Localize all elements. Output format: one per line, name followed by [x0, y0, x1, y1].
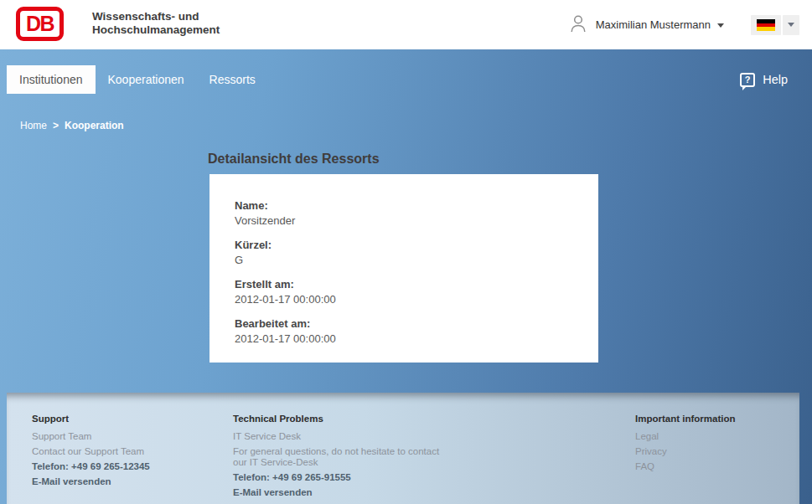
- page-title: Detailansicht des Ressorts: [208, 152, 380, 167]
- footer-faq-link[interactable]: FAQ: [635, 461, 735, 472]
- language-flag-button[interactable]: [751, 15, 781, 35]
- tab-kooperationen[interactable]: Kooperationen: [96, 65, 197, 94]
- help-icon: ?: [740, 73, 755, 87]
- field-bearbeitet-am: Bearbeitet am: 2012-01-17 00:00:00: [235, 317, 573, 345]
- db-logo: DB: [16, 7, 64, 41]
- field-kuerzel: Kürzel: G: [235, 239, 573, 266]
- language-selector: [751, 15, 799, 35]
- app-header: DB Wissenschafts- und Hochschulmanagemen…: [0, 0, 812, 49]
- header-right: Maximilian Mustermann: [570, 0, 799, 49]
- help-button[interactable]: ? Help: [740, 73, 788, 87]
- field-label: Bearbeitet am:: [235, 317, 573, 330]
- user-menu[interactable]: Maximilian Mustermann: [570, 14, 724, 36]
- footer-support-team: Support Team: [32, 431, 150, 442]
- field-value: 2012-01-17 00:00:00: [235, 332, 573, 345]
- chevron-down-icon: [717, 23, 724, 28]
- footer-information-column: Important information Legal Privacy FAQ: [635, 414, 735, 476]
- footer-column-title: Support: [32, 414, 150, 424]
- main-navigation: Institutionen Kooperationen Ressorts ? H…: [7, 65, 788, 94]
- detail-card: Name: Vorsitzender Kürzel: G Erstellt am…: [209, 174, 598, 363]
- breadcrumb-home[interactable]: Home: [20, 120, 47, 131]
- footer-it-phone: Telefon: +49 69 265-91555: [233, 472, 447, 483]
- footer-legal-link[interactable]: Legal: [635, 431, 735, 442]
- language-dropdown-button[interactable]: [783, 15, 799, 35]
- user-name: Maximilian Mustermann: [596, 18, 711, 31]
- field-value: 2012-01-17 00:00:00: [235, 293, 573, 306]
- field-label: Name:: [235, 199, 573, 212]
- field-value: G: [235, 254, 573, 266]
- footer-privacy-link[interactable]: Privacy: [635, 446, 735, 457]
- breadcrumb: Home > Kooperation: [20, 120, 124, 131]
- footer: Support Support Team Contact our Support…: [7, 393, 799, 504]
- field-erstellt-am: Erstellt am: 2012-01-17 00:00:00: [235, 278, 573, 306]
- footer-contact-support-link[interactable]: Contact our Support Team: [32, 446, 150, 457]
- chevron-down-icon: [788, 23, 794, 27]
- footer-it-service-desk: IT Service Desk: [233, 431, 447, 442]
- app-title-line1: Wissenschafts- und: [92, 10, 220, 23]
- field-label: Erstellt am:: [235, 278, 573, 291]
- user-icon: [570, 14, 587, 36]
- footer-column-title: Technical Problems: [233, 414, 447, 424]
- app-title: Wissenschafts- und Hochschulmanagement: [92, 10, 220, 37]
- footer-it-service-description: For general questions, do not hesitate t…: [233, 446, 447, 468]
- db-logo-text: DB: [26, 12, 54, 36]
- help-label: Help: [763, 73, 788, 86]
- tab-ressorts[interactable]: Ressorts: [197, 65, 268, 94]
- breadcrumb-separator: >: [53, 120, 59, 131]
- footer-it-email-link[interactable]: E-Mail versenden: [233, 487, 447, 498]
- german-flag-icon: [757, 19, 775, 31]
- field-name: Name: Vorsitzender: [235, 199, 573, 227]
- field-label: Kürzel:: [235, 239, 573, 251]
- footer-column-title: Important information: [635, 414, 735, 424]
- tab-institutionen[interactable]: Institutionen: [7, 65, 96, 94]
- page: DB Wissenschafts- und Hochschulmanagemen…: [0, 0, 812, 504]
- footer-technical-column: Technical Problems IT Service Desk For g…: [233, 414, 447, 502]
- field-value: Vorsitzender: [235, 214, 573, 227]
- breadcrumb-kooperation: Kooperation: [65, 120, 124, 131]
- footer-support-phone: Telefon: +49 69 265-12345: [32, 461, 150, 472]
- footer-support-email-link[interactable]: E-Mail versenden: [32, 476, 150, 487]
- footer-support-column: Support Support Team Contact our Support…: [32, 414, 150, 491]
- app-title-line2: Hochschulmanagement: [92, 23, 220, 37]
